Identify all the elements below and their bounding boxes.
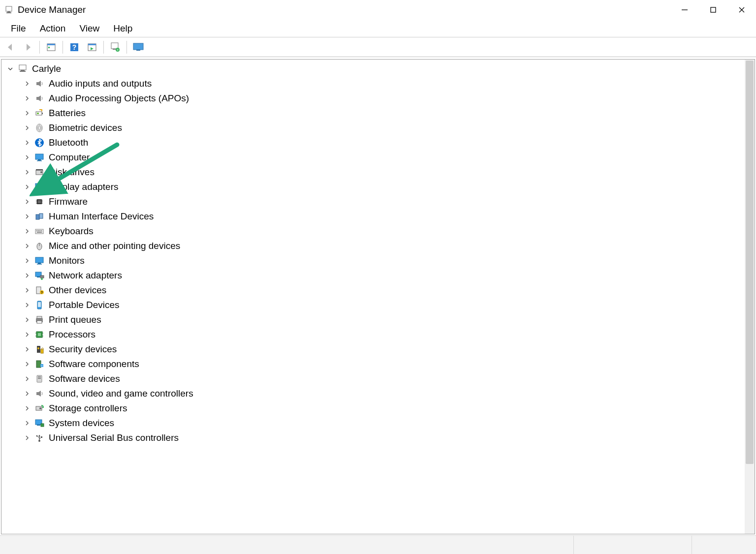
svg-rect-1 xyxy=(7,11,10,12)
display-adapter-icon xyxy=(34,182,45,192)
chevron-right-icon[interactable] xyxy=(23,360,31,368)
tree-node[interactable]: Software devices xyxy=(1,371,755,386)
help-button[interactable]: ? xyxy=(67,40,82,55)
chevron-right-icon[interactable] xyxy=(23,242,31,250)
tree-node[interactable]: Bluetooth xyxy=(1,135,755,150)
chevron-right-icon[interactable] xyxy=(23,154,31,161)
tree-node-label: Computer xyxy=(49,152,90,163)
chevron-down-icon[interactable] xyxy=(6,65,14,73)
tree-node[interactable]: Biometric devices xyxy=(1,121,755,135)
chevron-right-icon[interactable] xyxy=(23,331,31,339)
show-hidden-button[interactable] xyxy=(44,40,59,55)
tree-node[interactable]: Audio inputs and outputs xyxy=(1,76,755,91)
chevron-right-icon[interactable] xyxy=(23,301,31,309)
action-button[interactable] xyxy=(85,40,99,55)
svg-rect-13 xyxy=(88,44,96,45)
monitor-icon xyxy=(34,152,45,163)
chevron-right-icon[interactable] xyxy=(23,124,31,132)
chevron-right-icon[interactable] xyxy=(23,213,31,220)
svg-rect-64 xyxy=(40,276,44,278)
tree-node[interactable]: Processors xyxy=(1,327,755,342)
chevron-right-icon[interactable] xyxy=(23,390,31,398)
statusbar xyxy=(0,535,756,554)
sw-dev-icon xyxy=(34,373,45,384)
tree-node[interactable]: Human Interface Devices xyxy=(1,209,755,224)
chevron-right-icon[interactable] xyxy=(23,419,31,427)
toolbar-separator xyxy=(126,41,127,54)
svg-rect-23 xyxy=(36,82,38,85)
tree-node[interactable]: Monitors xyxy=(1,253,755,268)
devices-button[interactable] xyxy=(131,40,146,55)
chevron-right-icon[interactable] xyxy=(23,80,31,88)
tree-node[interactable]: Batteries xyxy=(1,106,755,121)
tree-node[interactable]: Mice and other pointing devices xyxy=(1,239,755,253)
minimize-button[interactable] xyxy=(670,0,699,20)
tree-node[interactable]: Universal Serial Bus controllers xyxy=(1,431,755,445)
chevron-right-icon[interactable] xyxy=(23,345,31,353)
scrollbar-thumb[interactable] xyxy=(746,61,754,464)
hid-icon xyxy=(34,211,45,222)
svg-rect-33 xyxy=(38,159,41,160)
svg-rect-19 xyxy=(136,50,140,51)
tree-node[interactable]: Storage controllers xyxy=(1,401,755,416)
chevron-right-icon[interactable] xyxy=(23,168,31,176)
svg-text:?: ? xyxy=(72,43,77,51)
chevron-right-icon[interactable] xyxy=(23,375,31,383)
back-button[interactable] xyxy=(3,40,18,55)
tree-node-label: Keyboards xyxy=(49,226,94,237)
chevron-right-icon[interactable] xyxy=(23,286,31,294)
forward-button[interactable] xyxy=(21,40,35,55)
window-controls xyxy=(670,0,756,20)
chevron-right-icon[interactable] xyxy=(23,316,31,324)
menu-view[interactable]: View xyxy=(72,21,106,36)
svg-rect-75 xyxy=(38,333,41,336)
tree-node-label: Processors xyxy=(49,329,95,340)
tree-node[interactable]: System devices xyxy=(1,416,755,431)
maximize-button[interactable] xyxy=(699,0,727,20)
tree-node[interactable]: Network adapters xyxy=(1,268,755,283)
chevron-right-icon[interactable] xyxy=(23,434,31,442)
tree-node[interactable]: Security devices xyxy=(1,342,755,357)
tree-node[interactable]: + Software components xyxy=(1,357,755,371)
chevron-right-icon[interactable] xyxy=(23,257,31,265)
tree-node[interactable]: Display adapters xyxy=(1,180,755,194)
chevron-right-icon[interactable] xyxy=(23,139,31,147)
chevron-right-icon[interactable] xyxy=(23,109,31,117)
menu-file[interactable]: File xyxy=(4,21,33,36)
svg-rect-21 xyxy=(21,70,25,71)
tree-node[interactable]: Portable Devices xyxy=(1,298,755,312)
vertical-scrollbar[interactable] xyxy=(745,60,755,534)
tree-node-label: Software devices xyxy=(49,373,120,384)
cpu-icon xyxy=(34,329,45,340)
tree-node[interactable]: Print queues xyxy=(1,312,755,327)
tree-root-label: Carlyle xyxy=(32,63,61,74)
menu-help[interactable]: Help xyxy=(106,21,139,36)
tree-node[interactable]: Computer xyxy=(1,150,755,165)
status-cell xyxy=(0,536,574,554)
status-cell xyxy=(692,536,756,554)
svg-rect-49 xyxy=(36,215,39,219)
device-tree: Carlyle Audio inputs and outputs Audio P… xyxy=(1,59,755,534)
toolbar: ? + xyxy=(0,37,756,57)
tree-root-node[interactable]: Carlyle xyxy=(1,62,755,76)
chevron-right-icon[interactable] xyxy=(23,198,31,206)
chevron-right-icon[interactable] xyxy=(23,94,31,102)
svg-rect-87 xyxy=(38,376,41,377)
tree-node[interactable]: Keyboards xyxy=(1,224,755,239)
svg-text:?: ? xyxy=(41,291,43,294)
chevron-right-icon[interactable] xyxy=(23,272,31,279)
other-icon: ? xyxy=(34,285,45,296)
scan-hardware-button[interactable]: + xyxy=(108,40,123,55)
tree-node[interactable]: Sound, video and game controllers xyxy=(1,386,755,401)
svg-rect-27 xyxy=(37,113,39,114)
tree-node[interactable]: Firmware xyxy=(1,194,755,209)
tree-node[interactable]: Audio Processing Objects (APOs) xyxy=(1,91,755,106)
chevron-right-icon[interactable] xyxy=(23,404,31,412)
chevron-right-icon[interactable] xyxy=(23,227,31,235)
menu-action[interactable]: Action xyxy=(33,21,73,36)
chevron-right-icon[interactable] xyxy=(23,183,31,191)
svg-point-65 xyxy=(41,278,43,280)
close-button[interactable] xyxy=(727,0,756,20)
tree-node[interactable]: ? Other devices xyxy=(1,283,755,298)
tree-node[interactable]: Disk drives xyxy=(1,165,755,180)
